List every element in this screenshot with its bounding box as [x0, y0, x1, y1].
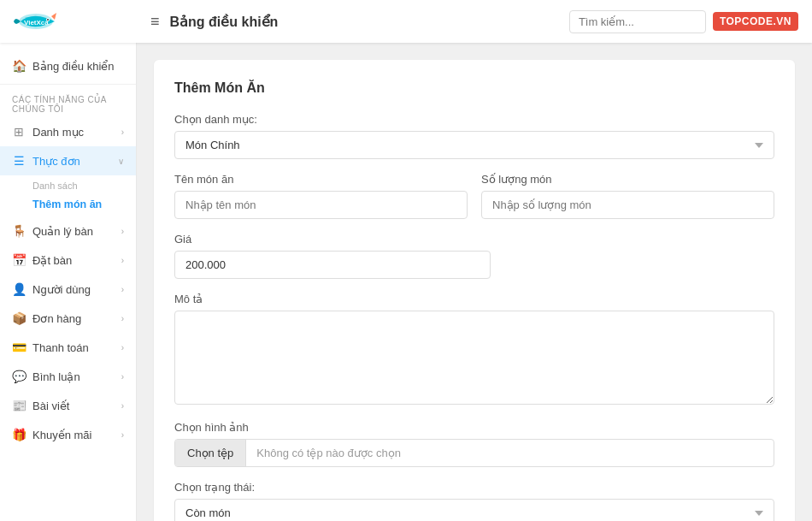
sidebar-item-dashboard[interactable]: 🏠 Bảng điều khiển — [0, 51, 136, 80]
chevron-icon-6: › — [121, 343, 124, 352]
sidebar-item-danhmuc-label: Danh mục — [32, 126, 84, 139]
image-label: Chọn hình ảnh — [174, 421, 774, 434]
topcode-badge: TOPCODE.VN — [713, 12, 798, 31]
danhmuc-icon: ⊞ — [12, 125, 26, 139]
name-group: Tên món ăn — [174, 173, 468, 219]
sidebar-item-binhluan-label: Bình luận — [32, 370, 80, 383]
status-select[interactable]: Còn món Hết món — [174, 499, 774, 521]
name-input[interactable] — [174, 191, 468, 219]
hamburger-icon[interactable]: ≡ — [150, 13, 160, 31]
price-label: Giá — [174, 233, 774, 246]
sidebar-item-quanlyban-label: Quản lý bàn — [32, 225, 93, 238]
sidebar-item-thucdon-label: Thực đơn — [32, 155, 80, 168]
file-choose-button[interactable]: Chọn tệp — [175, 440, 246, 466]
quantity-group: Số lượng món — [481, 173, 774, 219]
svg-text:VietXca: VietXca — [24, 19, 49, 27]
page-title: Bảng điều khiển — [170, 14, 279, 30]
sidebar-section-label: CÁC TÍNH NĂNG CỦA CHÚNG TÔI — [0, 88, 136, 117]
sidebar-item-baiviet-label: Bài viết — [32, 400, 69, 412]
header-search: TOPCODE.VN — [569, 10, 798, 33]
description-group: Mô tả — [174, 293, 774, 407]
sidebar-item-bai-viet[interactable]: 📰 Bài viết › — [0, 391, 136, 420]
chevron-icon: › — [121, 127, 124, 137]
description-label: Mô tả — [174, 293, 774, 305]
quantity-input[interactable] — [481, 191, 774, 219]
chevron-icon-2: › — [121, 227, 124, 236]
binhluan-icon: 💬 — [12, 370, 26, 383]
sidebar-sub-them-mon-an[interactable]: Thêm món ăn — [0, 192, 136, 216]
sidebar-item-thanhtoan-label: Thanh toán — [32, 341, 89, 354]
sidebar-item-don-hang[interactable]: 📦 Đơn hàng › — [0, 304, 136, 333]
quantity-label: Số lượng món — [481, 173, 774, 186]
sidebar-item-thuc-don[interactable]: ☰ Thực đơn ∨ — [0, 146, 136, 175]
sidebar-item-binh-luan[interactable]: 💬 Bình luận › — [0, 362, 136, 391]
name-label: Tên món ăn — [174, 173, 468, 186]
nguoidung-icon: 👤 — [12, 282, 26, 296]
thanhtoan-icon: 💳 — [12, 340, 26, 354]
sidebar-item-khuyen-mai[interactable]: 🎁 Khuyến mãi › — [0, 420, 136, 449]
chevron-icon-9: › — [121, 430, 124, 440]
chevron-down-icon: ∨ — [118, 157, 124, 166]
chevron-icon-3: › — [121, 256, 124, 265]
sidebar-item-donhang-label: Đơn hàng — [32, 312, 81, 325]
header-left: VietXca — [14, 8, 150, 35]
description-textarea[interactable] — [174, 311, 774, 405]
status-group: Chọn trạng thái: Còn món Hết món — [174, 481, 774, 521]
logo-icon: VietXca — [14, 8, 58, 35]
status-label: Chọn trạng thái: — [174, 481, 774, 494]
khuyenmai-icon: 🎁 — [12, 428, 26, 441]
sidebar-item-thanh-toan[interactable]: 💳 Thanh toán › — [0, 333, 136, 362]
thucdon-icon: ☰ — [12, 154, 26, 168]
sub-section-label: Danh sách — [0, 175, 136, 192]
file-input-wrapper: Chọn tệp Không có tệp nào được chọn — [174, 439, 774, 467]
name-quantity-row: Tên món ăn Số lượng món — [174, 173, 774, 233]
category-group: Chọn danh mục: Món Chính Món Phụ Đồ uống… — [174, 113, 774, 159]
sidebar-item-nguoi-dung[interactable]: 👤 Người dùng › — [0, 275, 136, 304]
category-select[interactable]: Món Chính Món Phụ Đồ uống Tráng miệng — [174, 131, 774, 159]
chevron-icon-8: › — [121, 401, 124, 411]
top-header: VietXca ≡ Bảng điều khiển TOPCODE.VN — [0, 0, 812, 43]
sidebar-item-datban-label: Đặt bàn — [32, 254, 72, 267]
dashboard-icon: 🏠 — [12, 59, 26, 73]
sidebar-item-dashboard-label: Bảng điều khiển — [32, 60, 115, 73]
sidebar: 🏠 Bảng điều khiển CÁC TÍNH NĂNG CỦA CHÚN… — [0, 43, 137, 521]
chevron-icon-5: › — [121, 314, 124, 323]
form-title: Thêm Món Ăn — [174, 80, 774, 96]
baiviet-icon: 📰 — [12, 399, 26, 412]
category-label: Chọn danh mục: — [174, 113, 774, 126]
price-group: Giá — [174, 233, 774, 279]
sidebar-item-danh-muc[interactable]: ⊞ Danh mục › — [0, 117, 136, 146]
chevron-icon-7: › — [121, 372, 124, 382]
datban-icon: 📅 — [12, 253, 26, 267]
sidebar-item-dat-ban[interactable]: 📅 Đặt bàn › — [0, 246, 136, 275]
form-card: Thêm Món Ăn Chọn danh mục: Món Chính Món… — [154, 60, 795, 521]
header-title-area: ≡ Bảng điều khiển — [150, 13, 569, 31]
donhang-icon: 📦 — [12, 311, 26, 325]
search-input[interactable] — [569, 10, 706, 33]
layout: 🏠 Bảng điều khiển CÁC TÍNH NĂNG CỦA CHÚN… — [0, 43, 812, 521]
sidebar-item-khuyenmai-label: Khuyến mãi — [32, 429, 91, 441]
main-content: Thêm Món Ăn Chọn danh mục: Món Chính Món… — [137, 43, 812, 521]
quanlyban-icon: 🪑 — [12, 224, 26, 238]
price-input[interactable] — [174, 251, 491, 279]
file-name-label: Không có tệp nào được chọn — [246, 440, 774, 466]
sidebar-item-nguoidung-label: Người dùng — [32, 283, 91, 296]
chevron-icon-4: › — [121, 285, 124, 294]
image-group: Chọn hình ảnh Chọn tệp Không có tệp nào … — [174, 421, 774, 467]
logo-area: VietXca — [14, 8, 58, 35]
sidebar-item-quan-ly-ban[interactable]: 🪑 Quản lý bàn › — [0, 216, 136, 246]
